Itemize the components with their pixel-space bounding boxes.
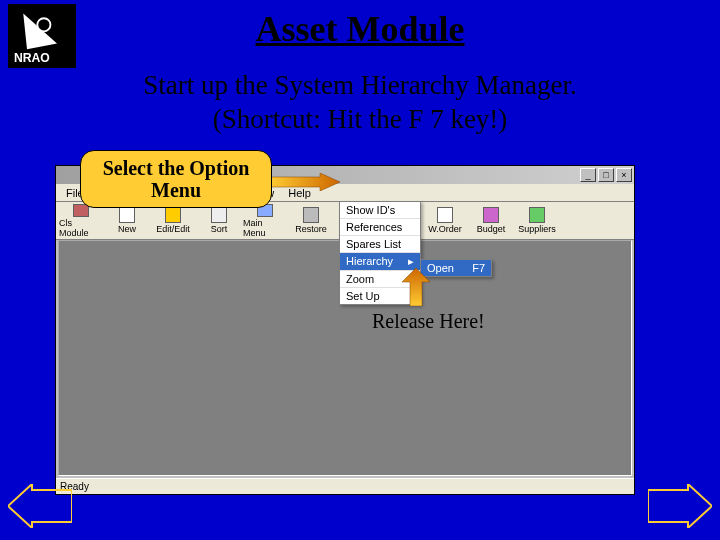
maximize-button[interactable]: □ bbox=[598, 168, 614, 182]
asset-module-window: _ □ × File Edit Reports Options Window H… bbox=[55, 165, 635, 495]
toolbar-sort[interactable]: Sort bbox=[197, 204, 241, 238]
restore-icon bbox=[303, 207, 319, 223]
toolbar-edit[interactable]: Edit/Edit bbox=[151, 204, 195, 238]
close-button[interactable]: × bbox=[616, 168, 632, 182]
callout-select-option: Select the Option Menu bbox=[80, 150, 272, 208]
svg-text:NRAO: NRAO bbox=[14, 51, 50, 65]
toolbar-restore[interactable]: Restore bbox=[289, 204, 333, 238]
dropdown-spares-list[interactable]: Spares List bbox=[340, 236, 420, 253]
arrow-to-options-icon bbox=[270, 173, 340, 191]
svg-marker-5 bbox=[402, 268, 430, 306]
new-icon bbox=[119, 207, 135, 223]
slide-subtitle-2: (Shortcut: Hit the F 7 key!) bbox=[0, 104, 720, 135]
toolbar-suppliers[interactable]: Suppliers bbox=[515, 204, 559, 238]
toolbar-new[interactable]: New bbox=[105, 204, 149, 238]
submenu-arrow-icon: ▸ bbox=[408, 255, 414, 268]
next-slide-button[interactable] bbox=[648, 484, 712, 528]
toolbar-budget[interactable]: Budget bbox=[469, 204, 513, 238]
toolbar-worder[interactable]: W.Order bbox=[423, 204, 467, 238]
budget-icon bbox=[483, 207, 499, 223]
dropdown-references[interactable]: References bbox=[340, 219, 420, 236]
statusbar: Ready bbox=[56, 478, 634, 494]
suppliers-icon bbox=[529, 207, 545, 223]
toolbar-cls-module[interactable]: Cls Module bbox=[59, 204, 103, 238]
edit-icon bbox=[165, 207, 181, 223]
release-label: Release Here! bbox=[372, 310, 485, 333]
svg-marker-7 bbox=[648, 484, 712, 528]
slide-title: Asset Module bbox=[0, 8, 720, 50]
minimize-button[interactable]: _ bbox=[580, 168, 596, 182]
arrow-to-open-icon bbox=[400, 268, 432, 306]
prev-slide-button[interactable] bbox=[8, 484, 72, 528]
slide-subtitle-1: Start up the System Hierarchy Manager. bbox=[0, 70, 720, 101]
svg-marker-4 bbox=[270, 173, 340, 191]
svg-marker-6 bbox=[8, 484, 72, 528]
toolbar-mainmenu[interactable]: Main Menu bbox=[243, 204, 287, 238]
worder-icon bbox=[437, 207, 453, 223]
sort-icon bbox=[211, 207, 227, 223]
dropdown-show-ids[interactable]: Show ID's bbox=[340, 202, 420, 219]
